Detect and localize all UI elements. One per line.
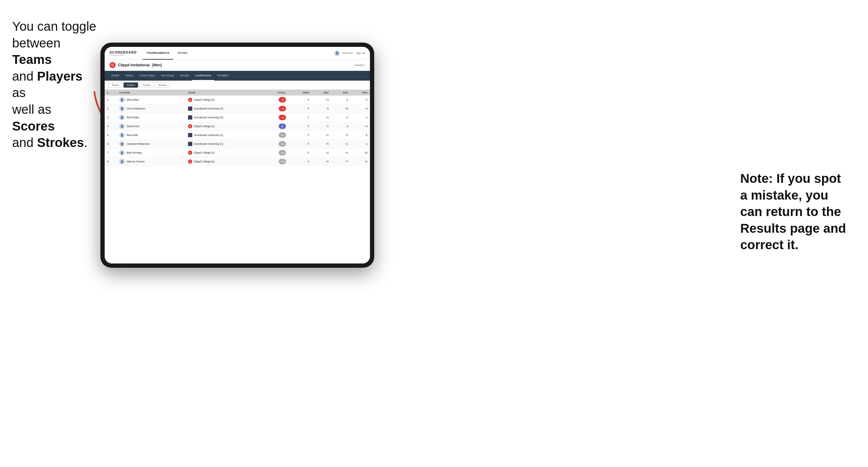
table-row: 5 👤 Rees Britt Scoreboard University [A]… — [105, 131, 370, 139]
team-logo-scoreboard — [188, 142, 192, 146]
logo-sub-text: Powered by clippd — [110, 54, 136, 56]
player-avatar: 👤 — [119, 132, 125, 138]
cell-thru: F — [288, 157, 312, 166]
cell-rank: 2 — [105, 104, 117, 113]
cell-player: 👤 Blair McHarg — [117, 149, 186, 157]
cell-total: +6 — [263, 139, 288, 149]
table-row: 1 👤 Elliot Ebert C Clippd College [A] -8… — [105, 96, 370, 104]
cell-player: 👤 Chris Robertson — [117, 104, 186, 113]
tab-tee-groups[interactable]: Tee Groups — [158, 71, 177, 81]
tournament-name: Clippd Invitational — [118, 63, 150, 67]
team-name: Clippd College [A] — [194, 160, 215, 163]
cell-thru: F — [288, 149, 312, 157]
teams-bold: Teams — [12, 52, 52, 67]
cell-player: 👤 Cameron Robertson — [117, 139, 186, 149]
tab-course-setup[interactable]: Course Setup — [136, 71, 158, 81]
col-rd3: RD3 — [350, 90, 370, 96]
cell-player: 👤 Marcus Turners — [117, 157, 186, 166]
total-badge: +1 — [279, 132, 286, 138]
tab-leaderboards[interactable]: Leaderboards — [192, 71, 214, 81]
team-name: Scoreboard University [A] — [194, 116, 223, 119]
cell-rd2: +2 — [331, 139, 351, 149]
cell-team: Scoreboard University [A] — [186, 104, 263, 113]
players-bold: Players — [37, 69, 83, 83]
toggle-scores[interactable]: Scores — [140, 83, 154, 88]
player-avatar: 👤 — [119, 159, 125, 164]
nav-links: TOURNAMENTS TEAMS — [143, 47, 334, 60]
cell-thru: F — [288, 96, 312, 104]
tab-details[interactable]: Details — [108, 71, 122, 81]
cell-rd2: E — [331, 131, 351, 139]
right-annotation: Note: If you spot a mistake, you can ret… — [740, 170, 856, 253]
cell-total: -8 — [263, 96, 288, 104]
strokes-bold: Strokes — [37, 135, 84, 150]
cell-rank: 6 — [105, 139, 117, 149]
cell-team: C Clippd College [A] — [186, 157, 263, 166]
team-name: Clippd College [A] — [194, 125, 215, 128]
cell-rd1: -5 — [312, 104, 331, 113]
cell-rd3: +3 — [350, 122, 370, 131]
team-logo-clippd: C — [188, 151, 192, 155]
scores-bold: Scores — [12, 119, 55, 133]
cell-team: Scoreboard University [A] — [186, 131, 263, 139]
team-logo-scoreboard — [188, 115, 192, 120]
table-row: 7 👤 Blair McHarg C Clippd College [A] +8… — [105, 149, 370, 157]
cell-rd2: -6 — [331, 96, 351, 104]
total-badge: -2 — [279, 115, 286, 120]
toggle-players[interactable]: Players — [124, 83, 138, 88]
cell-thru: F — [288, 122, 312, 131]
tab-teams[interactable]: Teams — [122, 71, 136, 81]
signout-link[interactable]: Sign out — [356, 52, 365, 55]
team-name: Scoreboard University [A] — [194, 133, 223, 136]
team-name: Scoreboard University [A] — [194, 143, 223, 146]
cell-total: -4 — [263, 104, 288, 113]
cell-total: E — [263, 122, 288, 131]
team-name: Scoreboard University [A] — [194, 107, 223, 110]
col-rd1: RD1 — [312, 90, 331, 96]
cell-rank: 3 — [105, 113, 117, 122]
team-logo-clippd: C — [188, 124, 192, 128]
cell-rd1: +1 — [312, 131, 331, 139]
cell-rank: 4 — [105, 122, 117, 131]
tab-results[interactable]: Results — [177, 71, 192, 81]
total-badge: -4 — [279, 106, 286, 111]
team-name: Clippd College [A] — [194, 151, 215, 154]
cell-rank: 5 — [105, 131, 117, 139]
cell-rd3: +2 — [350, 157, 370, 166]
logo-main-text: SCOREBOARD — [110, 51, 136, 54]
total-badge: +8 — [279, 150, 286, 155]
table-row: 3 👤 Rich Butler Scoreboard University [A… — [105, 113, 370, 122]
cell-rd2: -4 — [331, 122, 351, 131]
cell-team: C Clippd College [A] — [186, 122, 263, 131]
nav-teams[interactable]: TEAMS — [174, 47, 191, 60]
player-name: Rich Butler — [127, 116, 140, 119]
players-table: # PLAYER TEAM TOTAL THRU RD1 RD2 RD3 1 👤… — [105, 90, 370, 166]
cell-rd1: +1 — [312, 122, 331, 131]
sub-nav: Details Teams Course Setup Tee Groups Re… — [105, 71, 370, 81]
player-avatar: 👤 — [119, 115, 125, 120]
nav-right: 👤 Test User | Sign out — [334, 51, 365, 56]
cancel-button[interactable]: Cancel × — [354, 64, 365, 67]
cell-rd3: -1 — [350, 113, 370, 122]
cell-total: +8 — [263, 149, 288, 157]
cell-rd1: +3 — [312, 96, 331, 104]
player-name: Cameron Robertson — [127, 143, 150, 146]
player-name: Marcus Turners — [127, 160, 145, 163]
results-bold: Results — [740, 221, 786, 236]
player-name: Chris Robertson — [127, 107, 145, 110]
cell-rd1: +5 — [312, 139, 331, 149]
tournament-logo: C — [110, 62, 116, 68]
nav-tournaments[interactable]: TOURNAMENTS — [143, 47, 173, 60]
cell-player: 👤 Rich Butler — [117, 113, 186, 122]
player-avatar: 👤 — [119, 106, 125, 111]
table-header-row: # PLAYER TEAM TOTAL THRU RD1 RD2 RD3 — [105, 90, 370, 96]
toggle-teams[interactable]: Teams — [108, 83, 122, 88]
cell-rank: 8 — [105, 157, 117, 166]
cell-team: C Clippd College [A] — [186, 96, 263, 104]
team-logo-scoreboard — [188, 133, 192, 137]
tab-printables[interactable]: Printables — [214, 71, 232, 81]
player-name: Elliot Ebert — [127, 98, 139, 101]
toggle-strokes[interactable]: Strokes — [155, 83, 170, 88]
player-avatar: 👤 — [119, 150, 125, 155]
note-bold: Note: If you spot a mistake, you can ret… — [740, 171, 846, 252]
